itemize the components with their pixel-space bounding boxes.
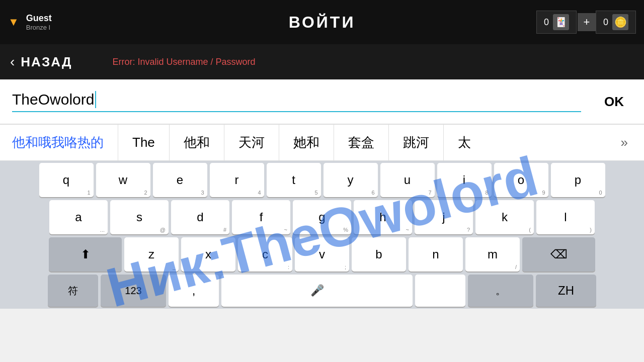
key-d[interactable]: d # [171,200,229,234]
key-row-1: q 1 w 2 e 3 r 4 t 5 y 6 u 7 i 8 [2,163,642,197]
user-text: Guest Bronze I [26,13,52,31]
nav-bar: ‹ НАЗАД Error: Invalid Username / Passwo… [0,44,644,79]
key-n[interactable]: n [409,237,463,272]
back-button[interactable]: ‹ НАЗАД [10,54,72,70]
key-x[interactable]: x [181,237,235,272]
key-space[interactable]: 🎤 [221,275,413,307]
key-enter[interactable]: ZH [536,275,596,307]
key-w[interactable]: w 2 [96,163,150,197]
key-z[interactable]: z _ [124,237,179,272]
key-y[interactable]: y 6 [324,163,378,197]
key-p[interactable]: p 0 [551,163,605,197]
input-area: TheOwolord OK [0,79,644,125]
key-s[interactable]: s @ [110,200,169,234]
suggestion-item-6[interactable]: 跳河 [389,125,444,160]
key-e[interactable]: e 3 [153,163,207,197]
key-l[interactable]: l ) [536,200,595,234]
top-right: 0 🃏 + 0 🪙 [536,11,636,34]
error-message: Error: Invalid Username / Password [112,57,255,67]
key-row-3: ⬆ z _ x c : v ; b n m / ⌫ [2,237,642,272]
cursor [95,91,96,108]
user-name: Guest [26,13,52,24]
key-row-4: 符 123 , 🎤 。 ZH [2,275,642,307]
key-symbol[interactable]: 符 [48,275,98,307]
key-j[interactable]: j ? [415,200,473,234]
key-o[interactable]: o 9 [494,163,548,197]
suggestion-item-3[interactable]: 天河 [224,125,279,160]
suggestion-item-7[interactable]: 太 [444,125,485,160]
key-c[interactable]: c : [238,237,292,272]
key-f[interactable]: f ~ [232,200,290,234]
suggestions-bar: 他和哦我咯热的 The 他和 天河 她和 套盒 跳河 太 » [0,125,644,161]
user-info: ▼ Guest Bronze I [8,13,52,31]
suggestion-item-4[interactable]: 她和 [279,125,334,160]
page-title: ВОЙТИ [289,13,356,32]
add-currency-button[interactable]: + [578,13,596,31]
suggestion-item-2[interactable]: 他和 [170,125,224,160]
key-123[interactable]: 123 [101,275,166,307]
currency-box-2: 0 🪙 [596,11,636,34]
key-t[interactable]: t 5 [267,163,321,197]
currency-icon-1: 🃏 [553,14,569,30]
top-bar: ▼ Guest Bronze I ВОЙТИ 0 🃏 + 0 🪙 [0,0,644,44]
key-h[interactable]: h ~ [354,200,412,234]
key-comma[interactable]: , [169,275,219,307]
username-input-wrapper[interactable]: TheOwolord [12,91,581,112]
back-label: НАЗАД [21,54,72,70]
key-backspace[interactable]: ⌫ [522,237,595,272]
currency-amount-2: 0 [603,17,608,28]
back-arrow-icon: ‹ [10,54,15,70]
currency-amount-1: 0 [544,17,549,28]
key-period[interactable] [415,275,465,307]
chevron-down-icon: ▼ [8,16,19,29]
key-r[interactable]: r 4 [210,163,264,197]
currency-icon-2: 🪙 [612,14,628,30]
key-q[interactable]: q 1 [39,163,94,197]
key-row-2: a ... s @ d # f ~ g % h ~ j ? k ( [2,200,642,234]
key-a[interactable]: a ... [49,200,108,234]
key-i[interactable]: i 8 [437,163,492,197]
username-input-value[interactable]: TheOwolord [12,91,581,108]
suggestion-item-0[interactable]: 他和哦我咯热的 [8,125,118,160]
key-b[interactable]: b [352,237,406,272]
currency-box-1: 0 🃏 [536,11,577,34]
key-zh[interactable]: 。 [468,275,533,307]
key-u[interactable]: u 7 [380,163,435,197]
user-rank: Bronze I [26,24,52,31]
key-g[interactable]: g % [293,200,351,234]
suggestion-item-5[interactable]: 套盒 [334,125,389,160]
suggestions-more-button[interactable]: » [613,135,636,150]
ok-button[interactable]: OK [596,90,632,114]
suggestion-item-1[interactable]: The [118,125,170,160]
key-m[interactable]: m / [465,237,520,272]
key-shift[interactable]: ⬆ [49,237,122,272]
key-v[interactable]: v ; [295,237,349,272]
keyboard: q 1 w 2 e 3 r 4 t 5 y 6 u 7 i 8 [0,161,644,309]
key-k[interactable]: k ( [475,200,534,234]
